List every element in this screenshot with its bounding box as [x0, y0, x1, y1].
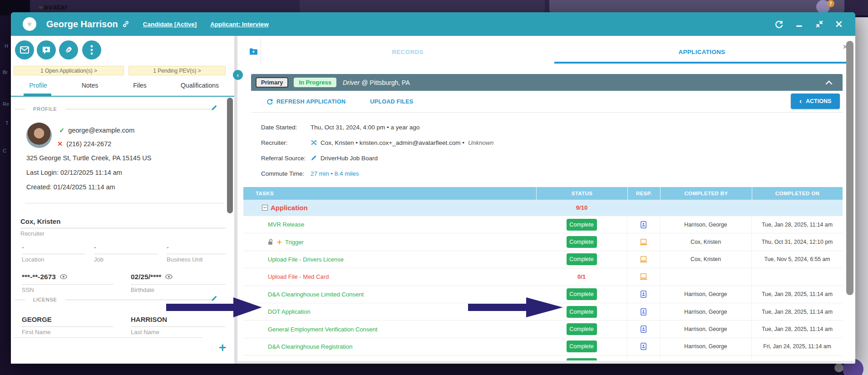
applications-scrollbar[interactable] — [846, 41, 853, 295]
field-location[interactable]: -Location — [22, 244, 85, 263]
add-license-button[interactable]: + — [219, 341, 226, 354]
application-summary-bar[interactable]: Primary In Progress Driver @ Pittsburgh,… — [251, 74, 843, 91]
task-status-cell: Complete — [536, 355, 627, 360]
column-header: COMPLETED ON — [752, 187, 843, 200]
candidate-photo — [26, 123, 52, 148]
task-status-cell: Complete — [536, 338, 627, 355]
application-group-row[interactable]: Application 9/10 — [243, 200, 843, 216]
group-name: Application — [271, 204, 308, 212]
task-name-link[interactable]: General Employment Verification Consent — [268, 326, 377, 333]
field-label: Location — [22, 256, 85, 263]
table-row[interactable]: MVR ReleaseCompleteHarrison, GeorgeTue, … — [243, 216, 843, 233]
in-progress-badge: In Progress — [294, 78, 336, 87]
collapse-panel-button[interactable]: ‹ — [233, 70, 243, 80]
tabs-baseline — [11, 96, 234, 97]
sidebar-item-truncated: H — [5, 43, 8, 49]
tab-notes[interactable]: Notes — [82, 82, 99, 89]
table-row[interactable]: Personal Information FormCompleteHarriso… — [243, 355, 843, 360]
ssn-field: ***-**-2673 SSN — [22, 273, 113, 293]
task-completed-on-cell — [752, 268, 843, 285]
task-name-link[interactable]: Upload File - Drivers License — [268, 256, 344, 263]
applicant-stage-link[interactable]: Applicant: Interview — [210, 21, 268, 28]
link-icon[interactable] — [122, 20, 129, 28]
task-resp-cell — [627, 216, 660, 233]
column-header: STATUS — [536, 187, 627, 200]
recruiter-field[interactable]: Cox, Kristen Recruiter — [20, 217, 226, 237]
table-row[interactable]: TriggerCompleteCox, KristenThu, Oct 31, … — [243, 233, 843, 250]
person-badge-icon — [641, 343, 646, 350]
status-complete-badge[interactable]: Complete — [567, 358, 597, 360]
refresh-icon[interactable] — [774, 20, 784, 29]
edit-profile-icon[interactable] — [211, 104, 217, 113]
profile-section-header: PROFILE — [15, 106, 215, 112]
tab-applications[interactable]: APPLICATIONS — [678, 49, 725, 55]
task-name-link[interactable]: D&A Clearinghouse Limited Consent — [268, 291, 364, 298]
refresh-application-button[interactable]: REFRESH APPLICATION — [266, 98, 345, 105]
candidate-modal: ★ George Harrison Candidate [Active] App… — [11, 12, 855, 364]
detail-row: Referral Source:DriverHub Job Board — [250, 150, 840, 166]
left-panel-scrollbar[interactable] — [227, 98, 233, 213]
collapse-group-icon[interactable] — [262, 205, 268, 211]
recruiter-name: Cox, Kristen — [20, 217, 226, 228]
open-applications-banner[interactable]: 1 Open Application(s) > — [14, 66, 124, 75]
upload-files-button[interactable]: UPLOAD FILES — [370, 99, 413, 105]
sign-button[interactable] — [59, 40, 78, 59]
table-row[interactable]: General Employment Verification ConsentC… — [243, 320, 843, 337]
task-completed-by-cell: Harrison, George — [660, 303, 752, 320]
task-completed-on-cell: Fri, Jan 24, 2025, 11:14 am — [752, 338, 843, 355]
task-name-cell[interactable]: Upload File - Drivers License — [243, 256, 536, 263]
tab-profile[interactable]: Profile — [29, 82, 47, 89]
task-name-cell[interactable]: D&A Clearinghouse Registration — [243, 343, 536, 350]
table-row[interactable]: D&A Clearinghouse RegistrationCompleteHa… — [243, 338, 843, 355]
task-name-link[interactable]: Trigger — [285, 239, 304, 246]
tab-qualifications[interactable]: Qualifications — [181, 82, 219, 89]
task-completed-on-cell: Tue, Jan 28, 2025, 11:14 am — [752, 303, 843, 320]
status-complete-badge[interactable]: Complete — [567, 306, 597, 318]
task-completed-by-cell: Cox, Kristen — [660, 233, 752, 250]
email-button[interactable] — [15, 40, 34, 59]
restore-icon[interactable] — [815, 20, 824, 28]
last-login-row: Last Login: 02/12/2025 11:14 am — [26, 169, 122, 176]
tab-files[interactable]: Files — [133, 82, 147, 89]
table-row[interactable]: Upload File - Med Card0/1 — [243, 268, 843, 285]
more-menu-button[interactable] — [82, 40, 101, 59]
minimize-icon[interactable] — [795, 20, 804, 28]
status-complete-badge[interactable]: Complete — [567, 288, 597, 300]
status-complete-badge[interactable]: Complete — [567, 236, 597, 248]
folder-plus-icon[interactable] — [249, 48, 258, 57]
status-complete-badge[interactable]: Complete — [567, 340, 597, 352]
task-resp-cell — [627, 338, 660, 355]
tab-records[interactable]: RECORDS — [392, 49, 424, 55]
status-complete-badge[interactable]: Complete — [567, 323, 597, 335]
task-name-cell[interactable]: General Employment Verification Consent — [243, 326, 536, 333]
reveal-birthdate-eye-icon[interactable] — [165, 273, 173, 281]
task-name-link[interactable]: MVR Release — [268, 221, 304, 228]
divider — [25, 203, 225, 203]
task-resp-cell — [627, 251, 660, 268]
add-note-button[interactable] — [37, 40, 56, 59]
task-resp-cell — [627, 321, 660, 337]
task-name-cell[interactable]: Trigger — [243, 239, 536, 246]
candidate-status-link[interactable]: Candidate [Active] — [143, 21, 197, 28]
field-business-unit[interactable]: -Business Unit — [167, 244, 226, 263]
close-icon[interactable] — [835, 20, 843, 28]
chevron-up-icon[interactable] — [825, 80, 833, 85]
detail-value[interactable]: 27 min • 8.4 miles — [311, 170, 359, 177]
task-name-link[interactable]: D&A Clearinghouse Registration — [268, 343, 352, 350]
field-job[interactable]: -Job — [94, 244, 158, 263]
task-name-link[interactable]: DOT Application — [268, 308, 311, 315]
candidate-avatar[interactable]: ★ — [23, 17, 36, 31]
status-complete-badge[interactable]: Complete — [567, 219, 597, 231]
detail-row: Date Started:Thu, Oct 31, 2024, 4:00 pm … — [250, 119, 840, 135]
table-row[interactable]: Upload File - Drivers LicenseCompleteCox… — [243, 251, 843, 268]
task-name-cell[interactable]: Upload File - Med Card — [243, 273, 536, 280]
created-row: Created: 01/24/2025 11:14 am — [26, 183, 115, 191]
task-name-cell[interactable]: MVR Release — [243, 221, 536, 228]
reveal-ssn-eye-icon[interactable] — [60, 273, 67, 281]
actions-button[interactable]: ‹ ACTIONS — [791, 94, 840, 109]
invalid-x-icon: ✕ — [57, 140, 63, 148]
status-complete-badge[interactable]: Complete — [567, 253, 597, 265]
task-name-link[interactable]: Upload File - Med Card — [268, 273, 329, 280]
task-completed-on-cell: Tue, Nov 5, 2024, 6:55 am — [752, 251, 843, 268]
pending-pev-banner[interactable]: 1 Pending PEV(s) > — [128, 66, 226, 75]
